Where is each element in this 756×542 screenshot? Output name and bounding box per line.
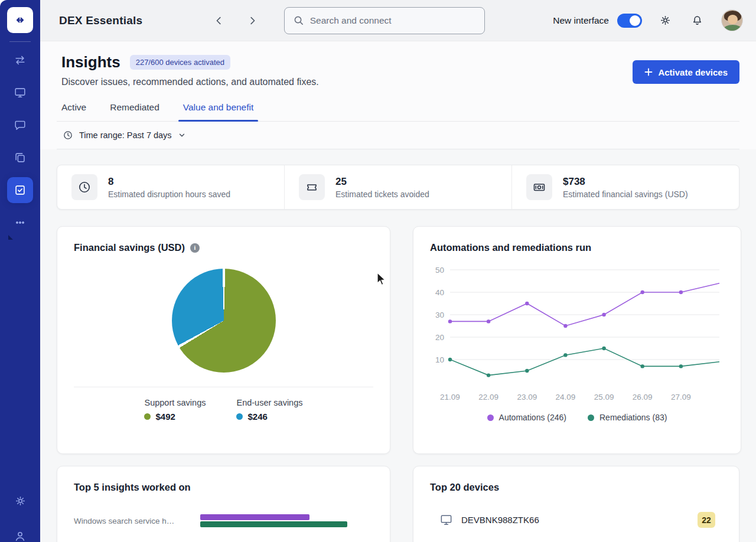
svg-text:40: 40 (435, 288, 444, 297)
chat-icon (14, 119, 27, 132)
svg-text:30: 30 (435, 311, 444, 319)
stat-label: Estimated financial savings (USD) (563, 190, 688, 199)
sidebar-nav (7, 47, 33, 236)
back-button[interactable] (211, 12, 227, 29)
tab-active[interactable]: Active (61, 102, 86, 121)
ticket-icon (305, 180, 319, 194)
chevron-right-icon (247, 15, 258, 26)
sidebar-item-devices[interactable] (7, 80, 33, 106)
pie-legend: Support savings $492 End-user savings $2… (74, 387, 373, 422)
new-interface-control: New interface (553, 14, 642, 28)
line-legend: Automations (246) Remediations (83) (430, 413, 724, 422)
clock-icon (63, 130, 73, 141)
sessions-icon (14, 151, 27, 164)
stats-card: 8 Estimated disruption hours saved 25 Es… (57, 165, 739, 210)
tab-remediated[interactable]: Remediated (110, 102, 159, 121)
banknote-icon (532, 180, 546, 194)
gear-icon (659, 14, 672, 27)
search-box[interactable] (284, 7, 485, 34)
header: DEX Essentials New interface (40, 0, 756, 41)
insight-label: Windows search service h… (74, 517, 194, 525)
avatar[interactable] (721, 9, 743, 31)
device-count-badge: 22 (698, 512, 715, 528)
sidebar-item-connections[interactable] (7, 47, 33, 73)
card-title: Top 20 devices (430, 482, 499, 493)
sidebar-divider (9, 41, 31, 42)
sidebar-item-insights[interactable] (7, 177, 33, 203)
sidebar-item-profile[interactable] (7, 523, 33, 542)
legend-item-support: Support savings $492 (144, 398, 206, 422)
stat-financial-savings: $738 Estimated financial savings (USD) (511, 165, 739, 209)
svg-text:23.09: 23.09 (517, 393, 537, 401)
legend-item-enduser: End-user savings $246 (236, 398, 302, 422)
svg-text:22.09: 22.09 (478, 393, 498, 401)
profile-icon (14, 530, 27, 542)
sidebar-bottom (7, 488, 33, 542)
top-devices-card: Top 20 devices DEVBNK988ZTK66 22 (413, 466, 739, 542)
legend-item-remediations: Remediations (83) (588, 413, 667, 422)
stat-tickets-avoided: 25 Estimated tickets avoided (284, 165, 511, 209)
activation-badge: 227/600 devices activated (130, 55, 230, 70)
legend-label: End-user savings (236, 398, 302, 407)
sidebar (0, 0, 40, 542)
stat-value: 8 (108, 176, 230, 188)
legend-value: $246 (247, 412, 267, 422)
stat-icon-box (71, 174, 97, 200)
stat-label: Estimated disruption hours saved (108, 190, 230, 199)
sidebar-item-sessions[interactable] (7, 145, 33, 171)
financial-savings-card: Financial savings (USD) i Support saving… (57, 226, 390, 454)
main: Insights 227/600 devices activated Disco… (40, 41, 756, 542)
tab-value-and-benefit[interactable]: Value and benefit (183, 102, 254, 121)
svg-text:21.09: 21.09 (440, 393, 460, 401)
gear-icon (14, 495, 27, 507)
legend-label: Support savings (144, 398, 206, 407)
insight-row[interactable]: Windows search service h… (74, 514, 373, 527)
info-icon[interactable]: i (190, 243, 200, 253)
insight-bars (200, 514, 373, 527)
page-title: Insights (61, 53, 120, 71)
transfer-arrows-icon (14, 54, 27, 67)
chevron-left-icon (214, 15, 224, 26)
sidebar-item-more[interactable] (7, 210, 33, 236)
insights-check-icon (14, 184, 27, 197)
svg-text:24.09: 24.09 (556, 393, 576, 401)
devices-icon (14, 86, 27, 99)
activate-devices-button[interactable]: Activate devices (633, 60, 739, 84)
legend-dot (144, 413, 151, 420)
forward-button[interactable] (244, 12, 260, 29)
card-title: Automations and remediations run (430, 242, 591, 253)
header-right: New interface (553, 9, 743, 31)
time-range-label: Time range: Past 7 days (79, 130, 172, 140)
top-insights-card: Top 5 insights worked on Windows search … (57, 466, 390, 542)
svg-text:50: 50 (435, 266, 444, 275)
search-icon (293, 15, 304, 26)
sidebar-item-settings[interactable] (7, 488, 33, 514)
sidebar-item-chat[interactable] (7, 112, 33, 138)
device-name: DEVBNK988ZTK66 (461, 515, 539, 525)
stat-icon-box (299, 174, 325, 200)
settings-button[interactable] (657, 12, 674, 29)
time-range-dropdown[interactable]: Time range: Past 7 days (57, 122, 739, 149)
search-input[interactable] (310, 15, 476, 26)
new-interface-toggle[interactable] (617, 14, 642, 28)
legend-value: $492 (155, 412, 175, 422)
avatar-face (728, 15, 738, 24)
app-title: DEX Essentials (59, 14, 142, 27)
history-nav (211, 12, 260, 29)
content: 8 Estimated disruption hours saved 25 Es… (40, 149, 756, 542)
legend-item-automations: Automations (246) (487, 413, 566, 422)
legend-label: Automations (246) (499, 413, 566, 422)
device-row[interactable]: DEVBNK988ZTK66 22 (430, 512, 722, 528)
tabs: Active Remediated Value and benefit (57, 102, 739, 122)
avatar-shirt (724, 25, 742, 31)
stat-disruption-hours: 8 Estimated disruption hours saved (57, 165, 284, 209)
svg-text:26.09: 26.09 (633, 393, 653, 401)
notifications-button[interactable] (689, 12, 706, 29)
card-title: Financial savings (USD) (74, 242, 185, 253)
app-logo[interactable] (7, 7, 33, 33)
chevron-down-icon (178, 131, 186, 139)
toggle-knob (630, 15, 640, 26)
automations-bar (200, 514, 309, 520)
plus-icon (644, 68, 653, 76)
stat-value: $738 (563, 176, 688, 188)
